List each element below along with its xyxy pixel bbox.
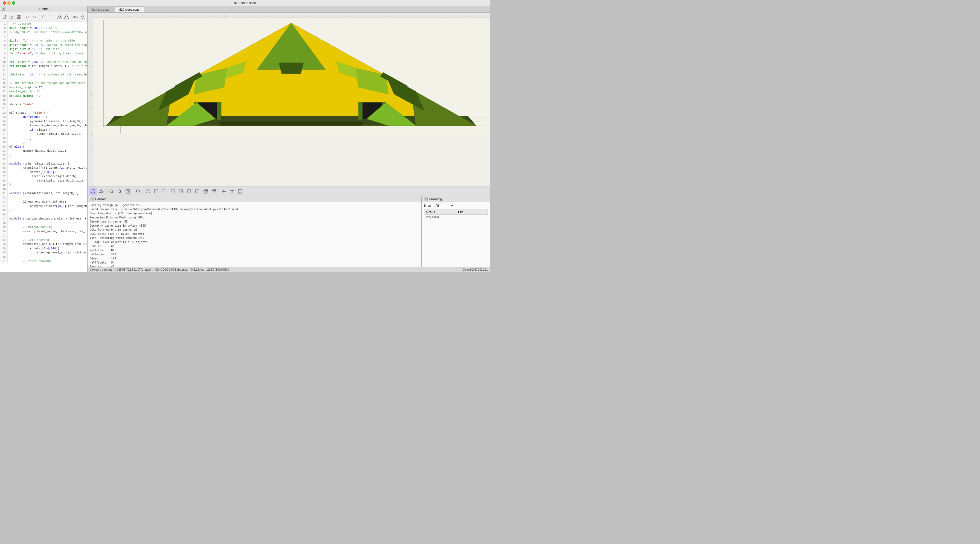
window-title: d20-sides.scad — [234, 1, 256, 5]
tab-d20-sides[interactable]: d20-sides.scad — [115, 6, 144, 12]
zoom-fit-button[interactable] — [124, 187, 132, 195]
tab-box-top[interactable]: box-top.scad — [88, 6, 114, 12]
svg-marker-103 — [136, 190, 137, 192]
svg-marker-121 — [212, 189, 216, 191]
code-line: 40 — [0, 187, 87, 192]
maximize-button[interactable] — [12, 2, 15, 5]
redo-button[interactable]: ↪ — [32, 13, 38, 21]
errorlog-content: Show All Errors Warnings Group File WARN… — [422, 202, 490, 267]
svg-rect-78 — [217, 102, 221, 120]
code-line: 42 — [0, 196, 87, 200]
console-title: Console — [95, 197, 106, 201]
code-line: 25 triangle_shavings(bevel_angle, thickn… — [0, 124, 87, 128]
code-line: 8 font="Nunito"; // Best looking fonts: … — [0, 52, 87, 56]
preview-button[interactable] — [57, 13, 63, 21]
svg-rect-0 — [3, 15, 5, 18]
code-line: 1 // Constant — [0, 22, 87, 26]
3d-scene[interactable] — [92, 17, 490, 135]
console-message: Rendering Polygon Mesh using CGAL... — [90, 216, 419, 219]
reset-view-button[interactable] — [134, 187, 142, 195]
svg-marker-93 — [99, 189, 103, 193]
view-all-button[interactable] — [97, 187, 105, 195]
console-content[interactable]: Parsing design (AST generation)... Saved… — [88, 202, 421, 267]
console-close-button[interactable]: ✕ — [90, 197, 94, 201]
code-line: 47 ⊟module triangle_shavings(angle, thic… — [0, 217, 87, 221]
console-message: CGAL Polyhedrons in cache: 20 — [90, 228, 419, 232]
console-message: Geometries in cache: 35 — [90, 219, 419, 224]
code-line: 43 linear_extrude(thickness) — [0, 200, 87, 204]
errorlog-header: ✕ Error-Log — [422, 196, 490, 202]
code-line: 44 polygon(points=[[0,0],[tri_length,0],… — [0, 204, 87, 209]
viewport-info: Viewport: translate = [ 135.58 70.18 21.… — [90, 268, 229, 271]
code-line: 53 translate([cos(60)*tri_length,cos(30)… — [0, 242, 87, 247]
view-3d-button[interactable] — [210, 187, 218, 195]
export-button[interactable] — [80, 13, 86, 21]
svg-marker-84 — [219, 122, 364, 126]
console-header: ✕ Console — [88, 196, 421, 202]
animate-button[interactable] — [89, 187, 97, 195]
save-file-button[interactable] — [16, 13, 22, 21]
ruler-button[interactable] — [228, 187, 236, 195]
view-front-button[interactable] — [153, 187, 160, 195]
view-top-button[interactable] — [185, 187, 193, 195]
undo-button[interactable]: ↩ — [25, 13, 31, 21]
show-select[interactable]: All Errors Warnings — [433, 203, 454, 208]
view-diagonal-button[interactable] — [202, 187, 209, 195]
editor-title: Editor — [40, 7, 48, 11]
code-line: 48 — [0, 221, 87, 225]
svg-rect-115 — [204, 190, 207, 193]
code-line: 16 bracket_length = 37; — [0, 86, 87, 90]
outdent-button[interactable] — [48, 13, 54, 21]
code-line: 57 // right shaving — [0, 259, 87, 263]
svg-marker-75 — [279, 63, 304, 73]
view-bottom-button[interactable] — [193, 187, 201, 195]
tabs-bar: box-top.scad d20-sides.scad — [88, 6, 490, 13]
zoom-out-button[interactable] — [116, 187, 123, 195]
console-message: Total rendering time: 0:00:01.280 — [90, 236, 419, 240]
perspective-button[interactable] — [144, 187, 152, 195]
code-line: 27 number(digit, digit_size); — [0, 132, 87, 136]
code-editor[interactable]: 1 // Constant 2 bevel_angle = 20.9; // 5… — [0, 22, 87, 272]
view-left-button[interactable] — [169, 187, 177, 195]
grid-button[interactable] — [236, 187, 244, 195]
close-button[interactable] — [3, 2, 6, 5]
code-line: 32 } — [0, 153, 87, 158]
group-file-header: Group File — [424, 209, 488, 214]
code-line: 11 tri_height = tri_length * sqrt(3) / 2… — [0, 64, 87, 68]
code-line: 56 — [0, 255, 87, 259]
render-button[interactable] — [64, 13, 70, 21]
svg-rect-120 — [212, 190, 215, 193]
svg-marker-116 — [204, 189, 207, 191]
code-line: 13 thickness = 21; // thickness of the t… — [0, 73, 87, 77]
errorlog-close-button[interactable]: ✕ — [424, 197, 428, 201]
code-line: 31 number(digit, digit_size); — [0, 149, 87, 153]
right-panel: box-top.scad d20-sides.scad — [88, 6, 490, 272]
zoom-in-button[interactable] — [108, 187, 115, 195]
code-line: 35 translate([tri_length/2, 3*tri_height… — [0, 166, 87, 170]
code-line: 5 digit = "1"; // The number on the side — [0, 39, 87, 43]
code-line: 24 pyramid(thickness, tri_length); — [0, 119, 87, 124]
code-line: 18 bracket_height = 9; — [0, 94, 87, 98]
minimize-button[interactable] — [7, 2, 11, 5]
new-file-button[interactable] — [2, 13, 8, 21]
code-line: 21 — [0, 106, 87, 111]
code-line: 46 — [0, 213, 87, 217]
cross-button[interactable] — [220, 187, 228, 195]
code-line: 29 } — [0, 141, 87, 145]
view3d-panel[interactable] — [88, 13, 490, 186]
window-controls — [3, 2, 15, 5]
view-right-button[interactable] — [177, 187, 185, 195]
console-message: Halfedges: 248 — [90, 252, 419, 257]
stl-export-button[interactable]: STL — [73, 13, 78, 21]
ruler-left — [88, 13, 92, 186]
console-message: CGAL cache size in bytes: 3662984 — [90, 232, 419, 236]
console-message: Top level object is a 3D object: — [90, 240, 419, 244]
console-message: Geometry cache size in bytes: 45984 — [90, 224, 419, 228]
code-line: 52 // left shaving — [0, 238, 87, 243]
editor-close-button[interactable]: ✕ — [2, 7, 5, 11]
code-line: 10 tri_length = 235; // Length of one si… — [0, 60, 87, 65]
indent-button[interactable] — [40, 13, 46, 21]
view-back-button[interactable] — [161, 187, 168, 195]
open-file-button[interactable] — [8, 13, 14, 21]
code-line: 4 — [0, 35, 87, 39]
